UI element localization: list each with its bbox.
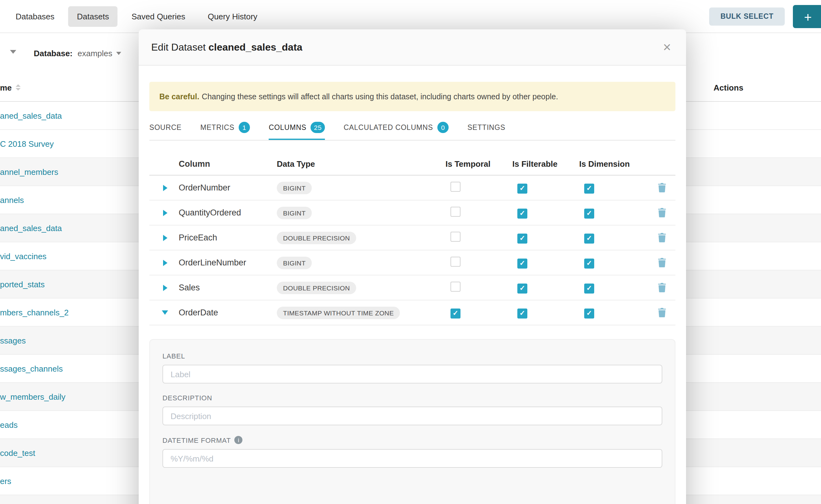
bulk-select-button[interactable]: BULK SELECT xyxy=(709,7,785,25)
is-dimension-checkbox[interactable] xyxy=(584,309,594,319)
is-filterable-checkbox[interactable] xyxy=(517,309,527,319)
database-filter[interactable]: Database: examples xyxy=(34,45,121,61)
description-input[interactable] xyxy=(162,407,662,425)
label-field-label: LABEL xyxy=(162,352,662,360)
delete-column-button[interactable] xyxy=(658,283,666,292)
dataset-link[interactable]: ers xyxy=(0,476,11,486)
expander-cell xyxy=(151,310,179,315)
is-temporal-checkbox[interactable] xyxy=(451,309,461,319)
is-filterable-checkbox[interactable] xyxy=(517,234,527,244)
delete-cell xyxy=(654,233,675,242)
dataset-link[interactable]: C 2018 Survey xyxy=(0,139,54,148)
is-dimension-checkbox[interactable] xyxy=(584,259,594,269)
is-temporal-checkbox[interactable] xyxy=(451,231,461,241)
expand-caret-icon[interactable] xyxy=(163,235,167,241)
delete-cell xyxy=(654,258,675,267)
is-temporal-checkbox[interactable] xyxy=(451,256,461,266)
is-temporal-checkbox[interactable] xyxy=(451,281,461,291)
is-filterable-checkbox[interactable] xyxy=(517,184,527,194)
expand-caret-icon[interactable] xyxy=(163,185,167,191)
is-dimension-checkbox[interactable] xyxy=(584,234,594,244)
dataset-link[interactable]: mbers_channels_2 xyxy=(0,308,69,317)
dataset-link[interactable]: annels xyxy=(0,195,24,205)
warning-banner: Be careful.Changing these settings will … xyxy=(149,82,675,111)
database-filter-value: examples xyxy=(77,48,112,58)
expander-cell xyxy=(151,185,179,191)
delete-column-button[interactable] xyxy=(658,183,666,192)
dataset-link[interactable]: ported_stats xyxy=(0,279,45,289)
dataset-link[interactable]: annel_members xyxy=(0,167,58,176)
is-temporal-checkbox-cell xyxy=(446,231,512,244)
is-dimension-checkbox[interactable] xyxy=(584,284,594,294)
tab-label: SETTINGS xyxy=(468,124,505,131)
tab-metrics[interactable]: METRICS1 xyxy=(200,116,250,140)
is-dimension-checkbox[interactable] xyxy=(584,184,594,194)
label-input[interactable] xyxy=(162,365,662,383)
tab-calculated-columns[interactable]: CALCULATED COLUMNS0 xyxy=(344,116,449,140)
is-temporal-checkbox[interactable] xyxy=(451,206,461,216)
tab-count-badge: 0 xyxy=(438,122,449,133)
database-filter-label: Database: xyxy=(34,48,72,58)
is-filterable-checkbox-cell xyxy=(512,182,579,194)
modal-body: Be careful.Changing these settings will … xyxy=(139,82,686,504)
actions-column-header: Actions xyxy=(714,83,743,92)
add-dataset-button[interactable]: + xyxy=(793,5,821,28)
chevron-down-icon[interactable] xyxy=(10,50,16,54)
nav-item-databases[interactable]: Databases xyxy=(7,6,63,27)
name-column-header[interactable]: me xyxy=(0,83,21,92)
dataset-link[interactable]: code_test xyxy=(0,448,35,457)
column-name: OrderDate xyxy=(179,308,277,317)
is-dimension-checkbox[interactable] xyxy=(584,209,594,219)
columns-table-body: OrderNumberBIGINTQuantityOrderedBIGINTPr… xyxy=(149,175,675,325)
column-row: OrderDateTIMESTAMP WITHOUT TIME ZONE xyxy=(149,300,675,325)
column-row: OrderNumberBIGINT xyxy=(149,175,675,200)
expander-cell xyxy=(151,235,179,241)
data-type-cell: BIGINT xyxy=(277,206,446,219)
data-type-cell: BIGINT xyxy=(277,181,446,194)
delete-column-button[interactable] xyxy=(658,258,666,267)
is-filterable-checkbox[interactable] xyxy=(517,284,527,294)
warning-bold: Be careful. xyxy=(159,92,199,101)
is-dimension-header: Is Dimension xyxy=(579,159,654,168)
is-dimension-checkbox-cell xyxy=(579,307,654,319)
nav-item-query-history[interactable]: Query History xyxy=(199,6,266,27)
dataset-link[interactable]: aned_sales_data xyxy=(0,223,62,233)
dataset-link[interactable]: ssages_channels xyxy=(0,364,63,373)
expand-caret-icon[interactable] xyxy=(163,210,167,216)
data-type-pill: DOUBLE PRECISION xyxy=(277,281,356,294)
column-row: QuantityOrderedBIGINT xyxy=(149,200,675,225)
expander-cell xyxy=(151,259,179,266)
tab-label: CALCULATED COLUMNS xyxy=(344,124,433,131)
warning-text: Changing these settings will affect all … xyxy=(202,92,558,101)
dataset-link[interactable]: eads xyxy=(0,420,17,429)
is-filterable-checkbox[interactable] xyxy=(517,259,527,269)
columns-table: Column Data Type Is Temporal Is Filterab… xyxy=(149,152,675,325)
tab-settings[interactable]: SETTINGS xyxy=(468,116,505,140)
close-icon[interactable]: × xyxy=(659,40,675,55)
data-type-pill: BIGINT xyxy=(277,256,312,269)
is-filterable-checkbox[interactable] xyxy=(517,209,527,219)
dataset-link[interactable]: ssages xyxy=(0,336,26,345)
top-nav: DatabasesDatasetsSaved QueriesQuery Hist… xyxy=(0,0,821,33)
delete-column-button[interactable] xyxy=(658,308,666,317)
sort-icon[interactable] xyxy=(16,84,21,91)
tab-source[interactable]: SOURCE xyxy=(149,116,181,140)
delete-column-button[interactable] xyxy=(658,208,666,217)
collapse-caret-icon[interactable] xyxy=(162,310,168,315)
nav-item-datasets[interactable]: Datasets xyxy=(68,6,118,27)
datetime-format-input[interactable] xyxy=(162,449,662,468)
delete-column-button[interactable] xyxy=(658,233,666,242)
is-temporal-checkbox[interactable] xyxy=(451,181,461,191)
tab-columns[interactable]: COLUMNS25 xyxy=(269,116,325,140)
dataset-link[interactable]: aned_sales_data xyxy=(0,111,62,120)
trash-icon xyxy=(658,258,666,267)
dataset-link[interactable]: w_members_daily xyxy=(0,392,66,401)
expand-caret-icon[interactable] xyxy=(163,284,167,291)
info-icon[interactable]: i xyxy=(235,436,243,444)
expand-caret-icon[interactable] xyxy=(163,259,167,266)
is-temporal-checkbox-cell xyxy=(446,206,512,219)
column-name: OrderLineNumber xyxy=(179,258,277,267)
trash-icon xyxy=(658,208,666,217)
nav-item-saved-queries[interactable]: Saved Queries xyxy=(123,6,194,27)
dataset-link[interactable]: vid_vaccines xyxy=(0,251,47,261)
